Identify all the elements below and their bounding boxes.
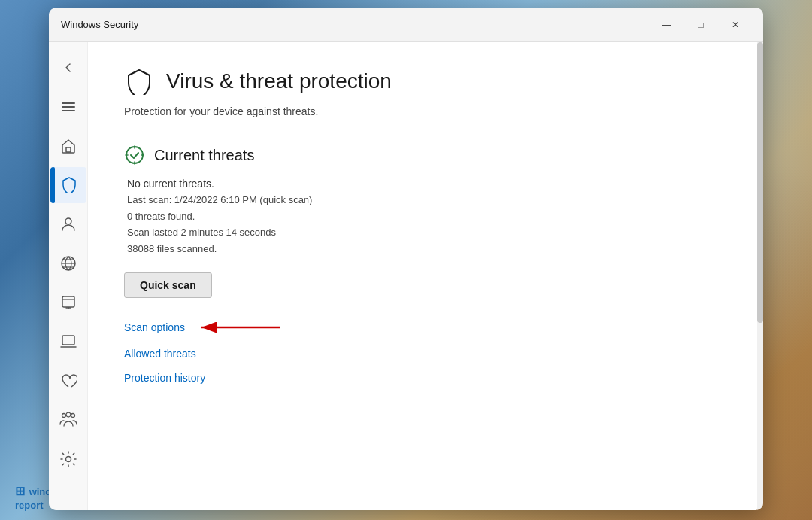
no-threats-text: No current threats. xyxy=(127,178,721,190)
svg-point-17 xyxy=(65,457,71,462)
health-icon xyxy=(60,373,77,389)
network-icon xyxy=(60,255,77,272)
sidebar-item-back[interactable] xyxy=(50,50,86,86)
sidebar-item-health[interactable] xyxy=(50,363,86,399)
settings-icon xyxy=(60,451,77,467)
threats-found-text: 0 threats found. xyxy=(127,209,721,224)
svg-point-16 xyxy=(71,414,74,418)
sidebar-item-network[interactable] xyxy=(50,245,86,281)
sidebar xyxy=(49,42,88,510)
sidebar-item-shield[interactable] xyxy=(50,167,86,203)
page-title: Virus & threat protection xyxy=(166,69,392,93)
sidebar-item-menu[interactable] xyxy=(50,89,86,125)
current-threats-icon xyxy=(124,144,145,166)
svg-point-14 xyxy=(62,414,65,418)
svg-point-4 xyxy=(65,218,71,224)
close-button[interactable]: ✕ xyxy=(718,13,753,37)
scan-options-arrow xyxy=(194,319,284,336)
svg-rect-3 xyxy=(66,147,71,152)
virus-protection-icon xyxy=(124,66,154,96)
shield-sidebar-icon xyxy=(62,177,77,193)
titlebar: Windows Security — □ ✕ xyxy=(49,8,763,42)
protection-history-link[interactable]: Protection history xyxy=(124,372,721,384)
scrollbar-thumb[interactable] xyxy=(757,42,763,323)
page-header: Virus & threat protection xyxy=(124,66,721,96)
sidebar-item-device[interactable] xyxy=(50,324,86,360)
svg-rect-9 xyxy=(62,296,74,307)
window-title: Windows Security xyxy=(61,19,138,30)
files-scanned-text: 38088 files scanned. xyxy=(127,242,721,257)
svg-rect-13 xyxy=(62,336,74,345)
windows-icon: ⊞ xyxy=(15,484,25,500)
scan-options-link[interactable]: Scan options xyxy=(124,321,185,333)
section-title: Current threats xyxy=(154,147,254,164)
sidebar-item-family[interactable] xyxy=(50,402,86,438)
scan-duration-text: Scan lasted 2 minutes 14 seconds xyxy=(127,225,721,240)
scan-options-row: Scan options xyxy=(124,319,721,336)
app-icon xyxy=(61,295,76,310)
allowed-threats-link[interactable]: Allowed threats xyxy=(124,348,721,360)
home-icon xyxy=(61,138,76,154)
threat-info: No current threats. Last scan: 1/24/2022… xyxy=(127,178,721,256)
windows-security-window: Windows Security — □ ✕ xyxy=(49,8,763,510)
account-icon xyxy=(61,216,76,233)
back-icon xyxy=(62,61,75,75)
svg-point-15 xyxy=(66,412,71,417)
sidebar-item-home[interactable] xyxy=(50,128,86,164)
current-threats-header: Current threats xyxy=(124,144,721,166)
quick-scan-button[interactable]: Quick scan xyxy=(124,272,212,298)
sidebar-item-account[interactable] xyxy=(50,206,86,242)
scrollbar-track[interactable] xyxy=(757,42,763,510)
content-area: Virus & threat protection Protection for… xyxy=(49,42,763,510)
sidebar-item-app[interactable] xyxy=(50,284,86,321)
hamburger-icon xyxy=(62,102,75,112)
page-subtitle: Protection for your device against threa… xyxy=(124,105,721,117)
main-content: Virus & threat protection Protection for… xyxy=(88,42,757,510)
window-controls: — □ ✕ xyxy=(649,13,753,37)
laptop-icon xyxy=(60,334,77,349)
minimize-button[interactable]: — xyxy=(649,13,683,37)
last-scan-text: Last scan: 1/24/2022 6:10 PM (quick scan… xyxy=(127,193,721,208)
sidebar-item-settings[interactable] xyxy=(50,441,86,477)
family-icon xyxy=(59,412,77,428)
maximize-button[interactable]: □ xyxy=(683,13,718,37)
